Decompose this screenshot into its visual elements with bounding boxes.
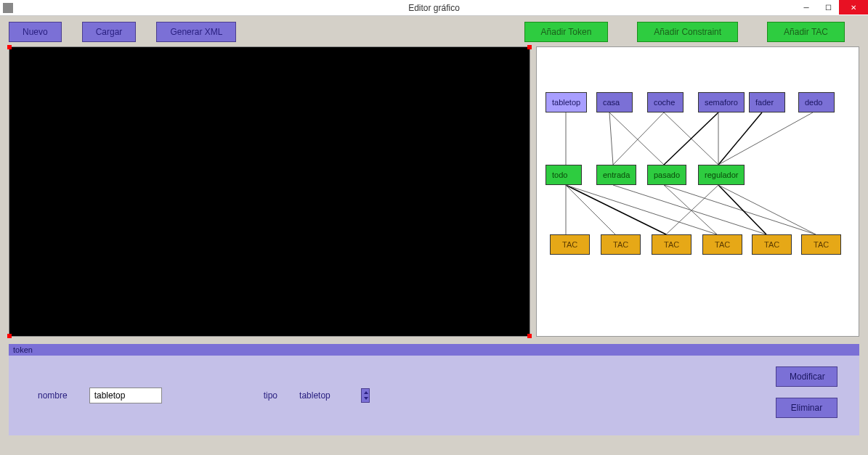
window-title: Editor gráfico (408, 3, 460, 13)
graph-edges (537, 47, 859, 336)
svg-line-10 (566, 185, 615, 234)
properties-panel: token nombre tipo tabletop Modificar Eli… (9, 344, 859, 435)
svg-line-8 (718, 112, 813, 165)
svg-line-15 (664, 185, 816, 234)
svg-line-12 (566, 185, 717, 234)
resize-handle-bl[interactable] (7, 334, 12, 338)
resize-handle-tr[interactable] (527, 45, 532, 49)
cargar-button[interactable]: Cargar (82, 22, 137, 42)
token-node-4[interactable]: fader (749, 92, 785, 112)
minimize-button[interactable]: ─ (795, 0, 817, 15)
tipo-spinner[interactable] (361, 388, 370, 403)
tipo-label: tipo (264, 390, 277, 401)
eliminar-button[interactable]: Eliminar (776, 398, 837, 418)
svg-line-17 (718, 185, 766, 234)
window-controls: ─ ☐ ✕ (795, 0, 868, 15)
svg-line-13 (613, 185, 766, 234)
tac-node-5[interactable]: TAC (801, 234, 841, 255)
properties-body: nombre tipo tabletop Modificar Eliminar (9, 356, 859, 435)
properties-header: token (9, 344, 859, 356)
token-node-2[interactable]: coche (647, 92, 684, 112)
tac-node-1[interactable]: TAC (601, 234, 641, 255)
svg-line-18 (718, 185, 816, 234)
svg-line-11 (566, 185, 666, 234)
constraint-node-0[interactable]: todo (545, 165, 582, 185)
svg-line-14 (664, 185, 717, 234)
anadir-tac-button[interactable]: Añadir TAC (767, 22, 845, 42)
resize-handle-tl[interactable] (7, 45, 12, 49)
close-button[interactable]: ✕ (839, 0, 868, 15)
token-node-0[interactable]: tabletop (545, 92, 587, 112)
token-node-1[interactable]: casa (596, 92, 633, 112)
svg-line-16 (666, 185, 718, 234)
toolbar-right: Añadir Token Añadir Constraint Añadir TA… (524, 22, 845, 42)
anadir-token-button[interactable]: Añadir Token (524, 22, 609, 42)
app-content: Nuevo Cargar Generar XML Añadir Token Añ… (0, 16, 868, 455)
svg-line-1 (609, 112, 613, 165)
graph-panel[interactable]: tabletopcasacochesemaforofaderdedotodoen… (536, 46, 859, 337)
modificar-button[interactable]: Modificar (776, 366, 837, 387)
constraint-node-3[interactable]: regulador (698, 165, 745, 185)
toolbar: Nuevo Cargar Generar XML Añadir Token Añ… (9, 22, 859, 42)
token-node-5[interactable]: dedo (798, 92, 835, 112)
constraint-node-1[interactable]: entrada (596, 165, 636, 185)
app-icon (3, 3, 13, 13)
generar-xml-button[interactable]: Generar XML (156, 22, 236, 42)
svg-line-4 (664, 112, 718, 165)
properties-buttons: Modificar Eliminar (776, 366, 837, 418)
nuevo-button[interactable]: Nuevo (9, 22, 62, 42)
toolbar-left: Nuevo Cargar Generar XML (9, 22, 236, 42)
window-titlebar: Editor gráfico ─ ☐ ✕ (0, 0, 868, 16)
nombre-label: nombre (38, 390, 68, 401)
svg-line-7 (718, 112, 762, 165)
nombre-input[interactable] (89, 388, 162, 403)
svg-line-2 (609, 112, 664, 165)
canvas-area[interactable] (9, 46, 530, 337)
maximize-button[interactable]: ☐ (817, 0, 839, 15)
svg-line-5 (664, 112, 718, 165)
tac-node-2[interactable]: TAC (652, 234, 691, 255)
anadir-constraint-button[interactable]: Añadir Constraint (637, 22, 738, 42)
tac-node-0[interactable]: TAC (550, 234, 590, 255)
main-area: tabletopcasacochesemaforofaderdedotodoen… (9, 46, 859, 337)
tac-node-3[interactable]: TAC (702, 234, 742, 255)
svg-line-3 (613, 112, 664, 165)
token-node-3[interactable]: semaforo (698, 92, 745, 112)
resize-handle-br[interactable] (527, 334, 532, 338)
tac-node-4[interactable]: TAC (752, 234, 792, 255)
tipo-value: tabletop (299, 390, 343, 401)
constraint-node-2[interactable]: pasado (647, 165, 686, 185)
